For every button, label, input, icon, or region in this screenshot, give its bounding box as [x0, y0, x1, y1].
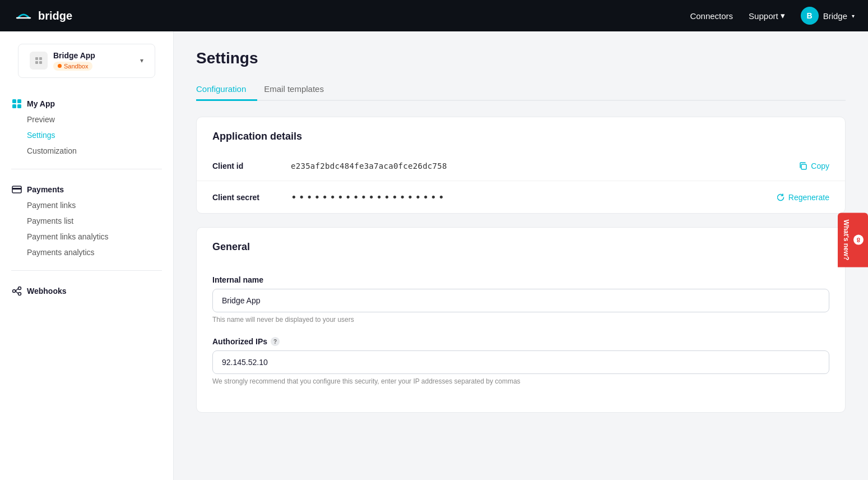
svg-point-0	[13, 6, 34, 26]
svg-rect-16	[801, 164, 806, 169]
user-chevron: ▾	[852, 13, 855, 19]
svg-rect-7	[12, 104, 16, 108]
webhooks-title: Webhooks	[11, 281, 162, 299]
payments-section: Payments Payment links Payments list Pay…	[0, 176, 173, 264]
client-id-value: e235af2bdc484fe3a7aca0fce26dc758	[291, 161, 799, 170]
svg-rect-1	[35, 57, 38, 60]
svg-point-13	[18, 292, 21, 295]
page-title: Settings	[196, 49, 846, 67]
app-name: Bridge App	[53, 51, 95, 60]
authorized-ips-label: Authorized IPs ?	[212, 337, 829, 346]
my-app-section: My App Preview Settings Customization	[0, 90, 173, 162]
authorized-ips-help-icon[interactable]: ?	[271, 337, 280, 346]
connectors-link[interactable]: Connectors	[690, 11, 733, 21]
client-secret-label: Client secret	[212, 193, 291, 202]
general-title: General	[197, 228, 845, 262]
svg-rect-6	[17, 99, 21, 103]
whats-new-button[interactable]: 8 What's new?	[838, 213, 868, 267]
bridge-logo-icon	[13, 6, 34, 26]
sandbox-badge: Sandbox	[53, 62, 92, 71]
regenerate-button[interactable]: Regenerate	[776, 193, 829, 202]
authorized-ips-hint: We strongly recommend that you configure…	[212, 377, 829, 385]
main-content: Settings Configuration Email templates A…	[174, 31, 868, 480]
app-info: Bridge App Sandbox	[30, 51, 95, 71]
svg-line-14	[16, 288, 18, 291]
application-details-card: Application details Client id e235af2bdc…	[196, 117, 846, 214]
webhooks-section: Webhooks	[0, 278, 173, 302]
client-secret-value: ••••••••••••••••••••	[291, 191, 776, 203]
sidebar-item-payments-list[interactable]: Payments list	[11, 213, 162, 229]
tab-configuration[interactable]: Configuration	[196, 79, 257, 101]
application-details-title: Application details	[197, 117, 845, 151]
svg-rect-4	[39, 61, 42, 64]
internal-name-hint: This name will never be displayed to you…	[212, 316, 829, 324]
general-card: General Internal name This name will nev…	[196, 227, 846, 413]
sidebar-item-payment-links[interactable]: Payment links	[11, 197, 162, 213]
internal-name-group: Internal name This name will never be di…	[212, 275, 829, 324]
payments-title: Payments	[11, 179, 162, 197]
authorized-ips-group: Authorized IPs ? We strongly recommend t…	[212, 337, 829, 385]
copy-button[interactable]: Copy	[799, 161, 829, 170]
general-content: Internal name This name will never be di…	[197, 262, 845, 412]
avatar: B	[801, 7, 819, 25]
app-name-block: Bridge App Sandbox	[53, 51, 95, 71]
svg-rect-2	[39, 57, 42, 60]
sidebar-item-payment-links-analytics[interactable]: Payment links analytics	[11, 229, 162, 244]
webhooks-icon	[11, 285, 22, 297]
svg-rect-10	[12, 188, 21, 190]
support-dropdown[interactable]: Support ▾	[749, 11, 785, 21]
internal-name-label: Internal name	[212, 275, 829, 284]
svg-rect-5	[12, 99, 16, 103]
svg-rect-8	[17, 104, 21, 108]
my-app-icon	[11, 98, 22, 109]
authorized-ips-input[interactable]	[212, 350, 829, 374]
support-chevron: ▾	[781, 11, 785, 21]
sidebar-item-settings[interactable]: Settings	[11, 127, 162, 143]
top-navigation: bridge Connectors Support ▾ B Bridge ▾	[0, 0, 868, 31]
svg-point-11	[13, 289, 16, 292]
sidebar: Bridge App Sandbox ▾ My App Preview	[0, 31, 174, 480]
user-menu[interactable]: B Bridge ▾	[801, 7, 855, 25]
payments-icon	[11, 184, 22, 195]
svg-rect-3	[35, 61, 38, 64]
sidebar-divider-1	[11, 169, 162, 169]
copy-icon	[799, 161, 807, 170]
svg-line-15	[16, 291, 18, 294]
my-app-title: My App	[11, 94, 162, 112]
layout: Bridge App Sandbox ▾ My App Preview	[0, 31, 868, 480]
whats-new-label: What's new?	[842, 220, 850, 261]
username: Bridge	[823, 11, 847, 21]
sidebar-item-preview[interactable]: Preview	[11, 112, 162, 127]
sidebar-item-payments-analytics[interactable]: Payments analytics	[11, 244, 162, 260]
client-id-row: Client id e235af2bdc484fe3a7aca0fce26dc7…	[197, 151, 845, 181]
app-selector-section: Bridge App Sandbox ▾	[0, 40, 173, 90]
logo[interactable]: bridge	[13, 6, 72, 26]
topnav-right: Connectors Support ▾ B Bridge ▾	[690, 7, 855, 25]
svg-point-12	[18, 287, 21, 289]
logo-text: bridge	[38, 10, 72, 22]
app-selector[interactable]: Bridge App Sandbox ▾	[18, 44, 155, 78]
sidebar-divider-2	[11, 270, 162, 271]
regenerate-icon	[776, 193, 785, 202]
whats-new-badge: 8	[853, 235, 864, 245]
app-icon	[30, 52, 48, 70]
app-selector-chevron: ▾	[140, 57, 143, 64]
internal-name-input[interactable]	[212, 289, 829, 312]
sidebar-item-customization[interactable]: Customization	[11, 143, 162, 159]
settings-tabs: Configuration Email templates	[196, 79, 846, 101]
sandbox-badge-dot	[58, 64, 62, 68]
tab-email-templates[interactable]: Email templates	[264, 79, 335, 101]
client-secret-row: Client secret •••••••••••••••••••• Regen…	[197, 181, 845, 213]
client-id-label: Client id	[212, 161, 291, 170]
